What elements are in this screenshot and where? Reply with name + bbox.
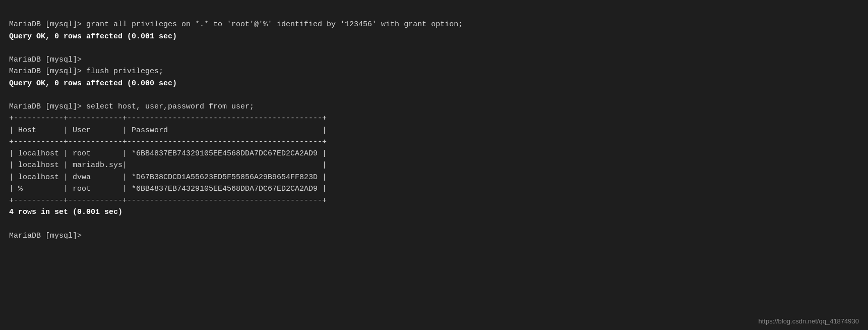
- line4: MariaDB [mysql]>: [9, 56, 82, 64]
- line2: Query OK, 0 rows affected (0.001 sec): [9, 32, 177, 41]
- table-header: | Host | User | Password |: [9, 126, 327, 135]
- table-border-mid: +-----------+------------+--------------…: [9, 138, 327, 146]
- table-row-3: | localhost | dvwa | *D67B38CDCD1A55623E…: [9, 173, 327, 182]
- final-prompt: MariaDB [mysql]>: [9, 232, 82, 240]
- table-border-bottom: +-----------+------------+--------------…: [9, 196, 327, 205]
- table-row-4: | % | root | *6BB4837EB74329105EE4568DDA…: [9, 185, 327, 193]
- table-row-2: | localhost | mariadb.sys| |: [9, 161, 327, 170]
- line8: MariaDB [mysql]> select host, user,passw…: [9, 102, 254, 111]
- line5: MariaDB [mysql]> flush privileges;: [9, 67, 163, 76]
- line1: MariaDB [mysql]> grant all privileges on…: [9, 20, 463, 29]
- terminal-output: MariaDB [mysql]> grant all privileges on…: [9, 7, 859, 242]
- watermark: https://blog.csdn.net/qq_41874930: [759, 317, 859, 325]
- rows-in-set: 4 rows in set (0.001 sec): [9, 208, 122, 216]
- table-border-top: +-----------+------------+--------------…: [9, 114, 327, 123]
- line6: Query OK, 0 rows affected (0.000 sec): [9, 79, 177, 88]
- table-row-1: | localhost | root | *6BB4837EB74329105E…: [9, 149, 327, 158]
